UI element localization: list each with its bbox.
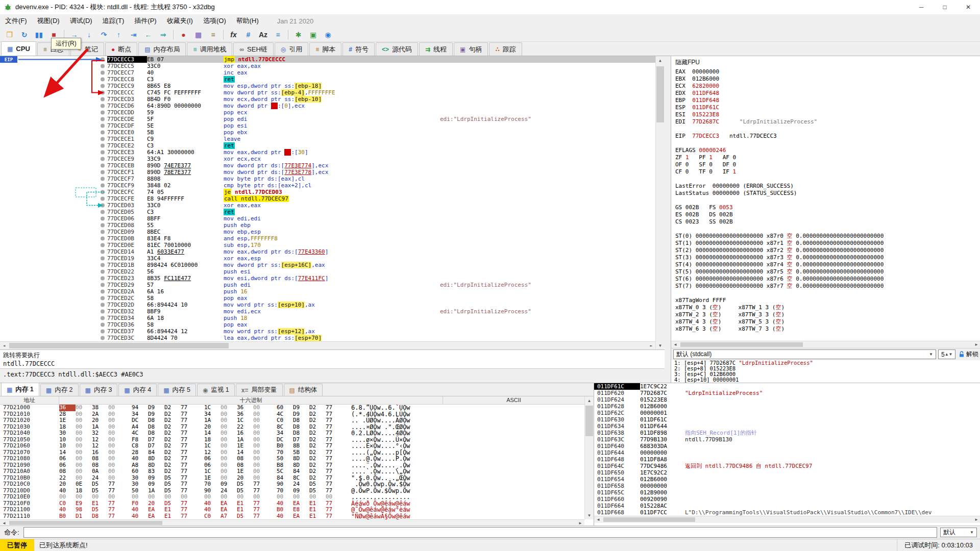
scroll-thumb[interactable] — [585, 406, 593, 436]
scroll-right-arrow[interactable]: ► — [972, 341, 980, 348]
breakpoint-button[interactable]: ● — [177, 28, 190, 41]
minimize-button[interactable]: ─ — [910, 0, 933, 14]
disasm-row[interactable]: 77DCECE2C3ret — [0, 142, 665, 149]
menu-item-4[interactable]: 插件(P) — [129, 14, 161, 28]
disasm-row[interactable]: 77DCED346A 18push 18 — [0, 315, 665, 321]
disasm-row[interactable]: 77DCECF1890D 78E7E377mov dword ptr ds:[7… — [0, 169, 665, 176]
dump-row[interactable]: 77D210A008000A006083D2771C001E005C84D277… — [0, 468, 584, 475]
disasm-row[interactable]: 77DCED0855push ebp — [0, 222, 665, 229]
stack-row[interactable]: 011DF668011DF7CCL"D:\\ProgrammingTools\\… — [594, 509, 980, 516]
dump-row[interactable]: 77D210F0C0E9E177F020D57740EAE17740EAE177… — [0, 500, 584, 507]
dump-row[interactable]: 77D210B0220024003009D5771E002000848CD277… — [0, 475, 584, 482]
scroll-down-arrow[interactable]: ▼ — [585, 511, 594, 519]
disasm-row[interactable]: 77DCED1B898424 6C010000mov dword ptr ss:… — [0, 262, 665, 268]
stack-row[interactable]: 011DF66000920090 — [594, 496, 980, 503]
disasm-row[interactable]: 77DCED3658pop eax — [0, 321, 665, 328]
command-scope-select[interactable]: 默认▼ — [940, 528, 977, 537]
disasm-row[interactable]: 77DCED1933C4xor eax,esp — [0, 255, 665, 262]
list-button[interactable]: ≡ — [271, 28, 285, 41]
execute-till-return-button[interactable]: ⇥ — [127, 28, 140, 41]
scroll-left-arrow[interactable]: ◄ — [671, 341, 679, 348]
scroll-left-arrow[interactable]: ◄ — [594, 516, 602, 523]
disasm-row[interactable]: 77DCED0E81EC 70010000sub esp,170 — [0, 242, 665, 248]
maximize-button[interactable]: □ — [933, 0, 957, 14]
disasm-row[interactable]: 77DCECFEE8 94FFFFFFcall ntdll.77DCEC97 — [0, 195, 665, 202]
scroll-up-arrow[interactable]: ▲ — [585, 396, 594, 405]
disasm-row[interactable]: 77DCECF93848 02cmp byte ptr ds:[eax+2],c… — [0, 182, 665, 189]
dump-row[interactable]: 77D21110B0D1D87740EAE177C0A7D57740EAE177… — [0, 513, 584, 520]
unlock-toggle[interactable]: 解锁 — [959, 350, 978, 359]
disasm-row[interactable]: 77DCED068BFFmov edi,edi — [0, 215, 665, 222]
menu-item-5[interactable]: 收藏夹(I) — [162, 14, 198, 28]
menu-item-1[interactable]: 视图(D) — [32, 14, 65, 28]
disasm-row[interactable]: 77DCECFC74 05je ntdll.77DCED03 — [0, 189, 665, 195]
tab-watch1[interactable]: ◉监视 1 — [197, 384, 235, 396]
disassembly-pane[interactable]: 77DCECC3EB 07jmp ntdll.77DCECCC77DCECC53… — [0, 56, 665, 349]
dump-row[interactable]: 77D211004098D57740EAE17740EAE177B0E8E177… — [0, 507, 584, 513]
step-over-button[interactable]: ↷ — [97, 28, 111, 41]
stack-row[interactable]: 011DF65C012B9000 — [594, 489, 980, 496]
stack-row[interactable]: 011DF62077D2687C"LdrpInitializeProcess" — [594, 390, 980, 396]
tab-dump3[interactable]: ▦内存 3 — [80, 384, 118, 396]
stack-row[interactable]: 011DF664015228AC — [594, 503, 980, 509]
tab-source[interactable]: <>源代码 — [376, 42, 418, 56]
fx-button[interactable]: fx — [227, 28, 240, 41]
disasm-row[interactable]: 77DCED2957push ediedi:"LdrpInitializePro… — [0, 282, 665, 288]
dump-row[interactable]: 77D2103018001A00A4D8D277200022008CD8D277… — [0, 424, 584, 431]
argument-count-stepper[interactable]: 5▲▼ — [938, 349, 955, 359]
vertical-splitter[interactable] — [665, 56, 671, 383]
disasm-row[interactable]: 77DCED0333C0xor eax,eax — [0, 202, 665, 209]
disasm-row[interactable]: 77DCECE364:A1 30000000mov eax,dword ptr … — [0, 149, 665, 156]
tab-struct[interactable]: ▤结构体 — [284, 384, 323, 396]
disasm-row[interactable]: 77DCED14A1 6033E477mov eax,dword ptr ds:… — [0, 248, 665, 255]
command-input[interactable] — [23, 527, 937, 538]
disasm-row[interactable]: 77DCED098BECmov ebp,esp — [0, 229, 665, 235]
disasm-row[interactable]: 77DCED2A6A 16push 16 — [0, 288, 665, 295]
forward-button[interactable]: ⇒ — [156, 28, 170, 41]
disasm-row[interactable]: 77DCED2D66:894424 10mov word ptr ss:[esp… — [0, 302, 665, 308]
tab-dump1[interactable]: ▦内存 1 — [1, 383, 39, 396]
back-button[interactable]: ← — [141, 28, 155, 41]
dump-row[interactable]: 77D210201E002000DCD8D2771A001C00C0D8D277… — [0, 417, 584, 424]
dump-row[interactable]: 77D21040300032004CD8D2771400160034D8D277… — [0, 430, 584, 437]
stack-row[interactable]: 011DF64C77DC9486返回到 ntdll.77DC9486 自 ntd… — [594, 463, 980, 469]
step-into-button[interactable]: ↓ — [82, 28, 96, 41]
stack-row[interactable]: 011DF634011DF644 — [594, 423, 980, 430]
close-button[interactable]: ✕ — [957, 0, 980, 14]
tab-handles[interactable]: ▣句柄 — [454, 42, 488, 56]
scroll-thumb[interactable] — [603, 517, 695, 522]
stack-rows[interactable]: 011DF61C1E7C9C22011DF62077D2687C"LdrpIni… — [594, 383, 980, 516]
tab-dump5[interactable]: ▦内存 5 — [158, 384, 196, 396]
dump-row[interactable]: 77D2109006000800A88DD27706000800B88DD277… — [0, 462, 584, 469]
tab-locals[interactable]: x=局部变量 — [236, 384, 283, 396]
dump-row[interactable]: 77D2101028002A0034D9D277340036004CD9D277… — [0, 411, 584, 418]
disasm-horizontal-scrollbar[interactable]: ◄► — [0, 341, 655, 349]
disasm-row[interactable]: 77DCED2C58pop eax — [0, 295, 665, 302]
dump-row[interactable]: 77D2108006000800408DD27706000800508DD277… — [0, 456, 584, 462]
disasm-row[interactable]: 77DCECE933C9xor ecx,ecx — [0, 156, 665, 162]
scroll-right-arrow[interactable]: ► — [647, 342, 655, 349]
disasm-row[interactable]: 77DCECC740inc eax — [0, 69, 665, 76]
disasm-vertical-scrollbar[interactable]: ▲▼ — [655, 56, 665, 349]
tab-symbols[interactable]: #符号 — [342, 42, 375, 56]
tab-threads[interactable]: ⇉线程 — [419, 42, 453, 56]
tab-script[interactable]: ≡脚本 — [309, 42, 341, 56]
disasm-row[interactable]: 77DCECDF5Epop esi — [0, 122, 665, 129]
tab-call-stack[interactable]: ≡调用堆栈 — [187, 42, 232, 56]
stack-row[interactable]: 011DF624015223E8 — [594, 396, 980, 403]
disasm-row[interactable]: 77DCECE05Bpop ebx — [0, 129, 665, 136]
disasm-row[interactable]: 77DCED3C8D4424 70lea eax,dword ptr ss:[e… — [0, 335, 665, 341]
disasm-row[interactable]: 77DCED2256push esi — [0, 268, 665, 275]
stack-horizontal-scrollbar[interactable]: ◄► — [594, 516, 980, 523]
register-list[interactable]: EAX 00000000EBX 012B6000ECX 62820000EDX … — [671, 68, 980, 341]
disasm-row[interactable]: 77DCECEB890D 74E7E377mov dword ptr ds:[7… — [0, 162, 665, 169]
scroll-thumb[interactable] — [9, 343, 229, 348]
stack-row[interactable]: 011DF638011DF898指向SEH_Record[1]的指针 — [594, 430, 980, 436]
dump-row[interactable]: 77D210E000000000000000000000000000000000… — [0, 494, 584, 500]
stack-row[interactable]: 011DF61C1E7C9C22 — [594, 383, 980, 390]
calling-convention-select[interactable]: 默认 (stdcall)▼ — [673, 349, 936, 359]
registers-horizontal-scrollbar[interactable]: ◄► — [671, 341, 980, 348]
scroll-right-arrow[interactable]: ► — [972, 516, 980, 523]
tab-trace[interactable]: ∴跟踪 — [489, 42, 522, 56]
memory-map-button[interactable]: ▦ — [191, 28, 205, 41]
